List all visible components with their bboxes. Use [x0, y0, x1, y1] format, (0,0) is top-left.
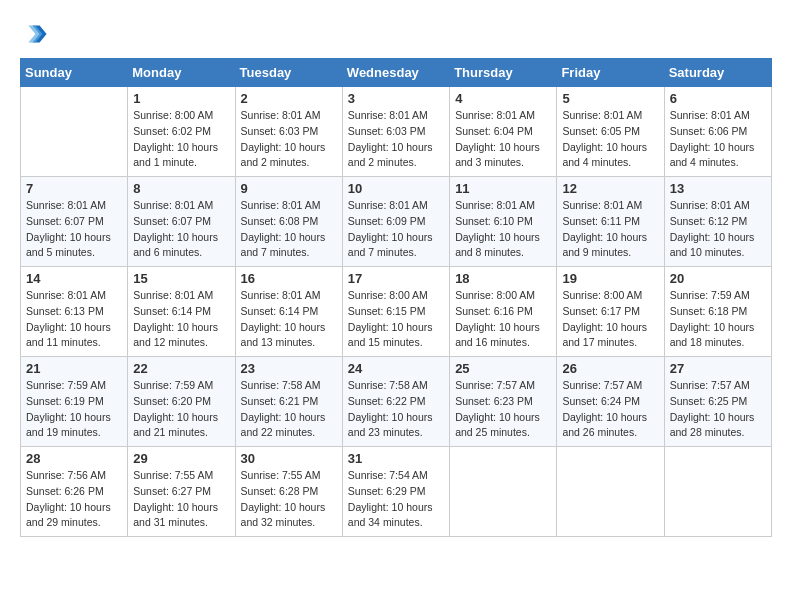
day-info: Sunrise: 8:00 AM Sunset: 6:17 PM Dayligh… [562, 288, 658, 351]
day-info: Sunrise: 8:01 AM Sunset: 6:12 PM Dayligh… [670, 198, 766, 261]
day-info: Sunrise: 7:57 AM Sunset: 6:24 PM Dayligh… [562, 378, 658, 441]
day-number: 16 [241, 271, 337, 286]
day-number: 19 [562, 271, 658, 286]
column-header-friday: Friday [557, 59, 664, 87]
calendar-cell: 19Sunrise: 8:00 AM Sunset: 6:17 PM Dayli… [557, 267, 664, 357]
column-header-saturday: Saturday [664, 59, 771, 87]
day-number: 18 [455, 271, 551, 286]
calendar-cell: 14Sunrise: 8:01 AM Sunset: 6:13 PM Dayli… [21, 267, 128, 357]
day-number: 30 [241, 451, 337, 466]
day-info: Sunrise: 8:01 AM Sunset: 6:08 PM Dayligh… [241, 198, 337, 261]
page-header [20, 20, 772, 48]
header-row: SundayMondayTuesdayWednesdayThursdayFrid… [21, 59, 772, 87]
calendar-cell [450, 447, 557, 537]
day-number: 21 [26, 361, 122, 376]
column-header-monday: Monday [128, 59, 235, 87]
day-info: Sunrise: 8:01 AM Sunset: 6:06 PM Dayligh… [670, 108, 766, 171]
day-info: Sunrise: 8:01 AM Sunset: 6:13 PM Dayligh… [26, 288, 122, 351]
calendar-week-4: 21Sunrise: 7:59 AM Sunset: 6:19 PM Dayli… [21, 357, 772, 447]
column-header-tuesday: Tuesday [235, 59, 342, 87]
column-header-sunday: Sunday [21, 59, 128, 87]
day-number: 14 [26, 271, 122, 286]
day-number: 3 [348, 91, 444, 106]
day-info: Sunrise: 7:54 AM Sunset: 6:29 PM Dayligh… [348, 468, 444, 531]
day-number: 25 [455, 361, 551, 376]
day-number: 23 [241, 361, 337, 376]
day-info: Sunrise: 7:58 AM Sunset: 6:22 PM Dayligh… [348, 378, 444, 441]
calendar-cell: 15Sunrise: 8:01 AM Sunset: 6:14 PM Dayli… [128, 267, 235, 357]
day-info: Sunrise: 8:00 AM Sunset: 6:02 PM Dayligh… [133, 108, 229, 171]
day-number: 4 [455, 91, 551, 106]
day-info: Sunrise: 7:59 AM Sunset: 6:18 PM Dayligh… [670, 288, 766, 351]
calendar-cell: 2Sunrise: 8:01 AM Sunset: 6:03 PM Daylig… [235, 87, 342, 177]
day-number: 10 [348, 181, 444, 196]
calendar-cell: 28Sunrise: 7:56 AM Sunset: 6:26 PM Dayli… [21, 447, 128, 537]
day-number: 7 [26, 181, 122, 196]
day-info: Sunrise: 7:59 AM Sunset: 6:19 PM Dayligh… [26, 378, 122, 441]
calendar-cell [664, 447, 771, 537]
calendar-cell: 30Sunrise: 7:55 AM Sunset: 6:28 PM Dayli… [235, 447, 342, 537]
day-number: 29 [133, 451, 229, 466]
calendar-cell: 20Sunrise: 7:59 AM Sunset: 6:18 PM Dayli… [664, 267, 771, 357]
day-number: 15 [133, 271, 229, 286]
day-info: Sunrise: 7:59 AM Sunset: 6:20 PM Dayligh… [133, 378, 229, 441]
calendar-cell: 4Sunrise: 8:01 AM Sunset: 6:04 PM Daylig… [450, 87, 557, 177]
calendar-cell [557, 447, 664, 537]
calendar-cell: 17Sunrise: 8:00 AM Sunset: 6:15 PM Dayli… [342, 267, 449, 357]
day-number: 11 [455, 181, 551, 196]
day-number: 27 [670, 361, 766, 376]
calendar-cell: 10Sunrise: 8:01 AM Sunset: 6:09 PM Dayli… [342, 177, 449, 267]
day-info: Sunrise: 7:57 AM Sunset: 6:23 PM Dayligh… [455, 378, 551, 441]
day-number: 26 [562, 361, 658, 376]
calendar-cell: 1Sunrise: 8:00 AM Sunset: 6:02 PM Daylig… [128, 87, 235, 177]
day-number: 6 [670, 91, 766, 106]
calendar-cell: 7Sunrise: 8:01 AM Sunset: 6:07 PM Daylig… [21, 177, 128, 267]
day-number: 1 [133, 91, 229, 106]
day-info: Sunrise: 7:55 AM Sunset: 6:28 PM Dayligh… [241, 468, 337, 531]
calendar-week-3: 14Sunrise: 8:01 AM Sunset: 6:13 PM Dayli… [21, 267, 772, 357]
day-info: Sunrise: 8:01 AM Sunset: 6:07 PM Dayligh… [26, 198, 122, 261]
calendar-cell: 22Sunrise: 7:59 AM Sunset: 6:20 PM Dayli… [128, 357, 235, 447]
day-number: 8 [133, 181, 229, 196]
day-info: Sunrise: 8:00 AM Sunset: 6:16 PM Dayligh… [455, 288, 551, 351]
day-number: 9 [241, 181, 337, 196]
calendar-cell: 13Sunrise: 8:01 AM Sunset: 6:12 PM Dayli… [664, 177, 771, 267]
day-number: 24 [348, 361, 444, 376]
day-info: Sunrise: 8:01 AM Sunset: 6:03 PM Dayligh… [348, 108, 444, 171]
calendar-cell: 8Sunrise: 8:01 AM Sunset: 6:07 PM Daylig… [128, 177, 235, 267]
calendar-cell: 11Sunrise: 8:01 AM Sunset: 6:10 PM Dayli… [450, 177, 557, 267]
calendar-cell: 18Sunrise: 8:00 AM Sunset: 6:16 PM Dayli… [450, 267, 557, 357]
day-info: Sunrise: 8:01 AM Sunset: 6:11 PM Dayligh… [562, 198, 658, 261]
logo [20, 20, 52, 48]
calendar-table: SundayMondayTuesdayWednesdayThursdayFrid… [20, 58, 772, 537]
day-info: Sunrise: 7:57 AM Sunset: 6:25 PM Dayligh… [670, 378, 766, 441]
calendar-cell: 6Sunrise: 8:01 AM Sunset: 6:06 PM Daylig… [664, 87, 771, 177]
calendar-cell: 31Sunrise: 7:54 AM Sunset: 6:29 PM Dayli… [342, 447, 449, 537]
calendar-cell: 12Sunrise: 8:01 AM Sunset: 6:11 PM Dayli… [557, 177, 664, 267]
calendar-week-1: 1Sunrise: 8:00 AM Sunset: 6:02 PM Daylig… [21, 87, 772, 177]
day-info: Sunrise: 8:01 AM Sunset: 6:14 PM Dayligh… [241, 288, 337, 351]
day-info: Sunrise: 8:00 AM Sunset: 6:15 PM Dayligh… [348, 288, 444, 351]
calendar-header: SundayMondayTuesdayWednesdayThursdayFrid… [21, 59, 772, 87]
day-number: 31 [348, 451, 444, 466]
day-info: Sunrise: 7:55 AM Sunset: 6:27 PM Dayligh… [133, 468, 229, 531]
day-info: Sunrise: 7:58 AM Sunset: 6:21 PM Dayligh… [241, 378, 337, 441]
day-number: 22 [133, 361, 229, 376]
calendar-cell: 9Sunrise: 8:01 AM Sunset: 6:08 PM Daylig… [235, 177, 342, 267]
day-number: 2 [241, 91, 337, 106]
calendar-week-5: 28Sunrise: 7:56 AM Sunset: 6:26 PM Dayli… [21, 447, 772, 537]
calendar-cell: 24Sunrise: 7:58 AM Sunset: 6:22 PM Dayli… [342, 357, 449, 447]
day-info: Sunrise: 8:01 AM Sunset: 6:14 PM Dayligh… [133, 288, 229, 351]
calendar-cell: 25Sunrise: 7:57 AM Sunset: 6:23 PM Dayli… [450, 357, 557, 447]
calendar-body: 1Sunrise: 8:00 AM Sunset: 6:02 PM Daylig… [21, 87, 772, 537]
day-info: Sunrise: 8:01 AM Sunset: 6:10 PM Dayligh… [455, 198, 551, 261]
calendar-cell: 3Sunrise: 8:01 AM Sunset: 6:03 PM Daylig… [342, 87, 449, 177]
calendar-week-2: 7Sunrise: 8:01 AM Sunset: 6:07 PM Daylig… [21, 177, 772, 267]
day-number: 20 [670, 271, 766, 286]
day-info: Sunrise: 8:01 AM Sunset: 6:03 PM Dayligh… [241, 108, 337, 171]
day-number: 12 [562, 181, 658, 196]
day-number: 28 [26, 451, 122, 466]
column-header-thursday: Thursday [450, 59, 557, 87]
day-number: 13 [670, 181, 766, 196]
column-header-wednesday: Wednesday [342, 59, 449, 87]
